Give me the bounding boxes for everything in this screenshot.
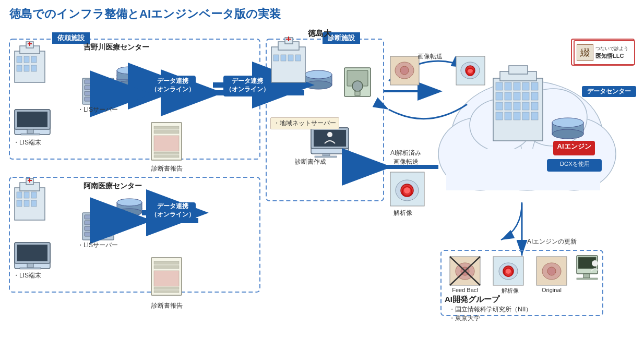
svg-rect-146: [456, 56, 485, 85]
anan-label: 阿南医療センター: [84, 181, 142, 191]
svg-rect-127: [514, 102, 520, 110]
svg-rect-143: [390, 56, 419, 85]
svg-rect-10: [28, 43, 32, 44]
kaiseki-zo-feedback: 解析像: [495, 287, 525, 295]
svg-rect-55: [288, 37, 289, 41]
datacenter-badge: データセンター: [582, 86, 636, 97]
dgx-badge: DGXを使用: [548, 160, 602, 168]
svg-rect-75: [24, 200, 29, 207]
svg-point-166: [506, 269, 511, 274]
svg-rect-94: [151, 123, 182, 160]
svg-rect-115: [496, 82, 503, 90]
svg-rect-74: [17, 200, 22, 207]
svg-rect-61: [311, 128, 349, 149]
svg-rect-12: [17, 56, 22, 63]
svg-point-34: [117, 72, 142, 79]
svg-point-28: [117, 81, 142, 88]
svg-rect-123: [522, 92, 529, 100]
svg-rect-136: [552, 123, 583, 134]
svg-rect-132: [514, 112, 520, 120]
svg-rect-134: [531, 112, 538, 120]
shindan-hokoku-top: 診断書報告: [151, 164, 183, 173]
data-renkei-bottom: データ連携（オンライン）: [149, 202, 196, 219]
lis-server-bottom: ・LISサーバー: [77, 241, 118, 250]
svg-rect-124: [531, 92, 538, 100]
svg-rect-14: [31, 56, 37, 63]
svg-point-167: [504, 268, 512, 276]
svg-rect-68: [26, 178, 33, 185]
svg-rect-174: [577, 278, 598, 280]
svg-rect-72: [24, 192, 29, 198]
yoshinogawa-label: 吉野川医療センター: [84, 43, 149, 52]
svg-rect-7: [15, 51, 45, 82]
ai-engine-badge: AIエンジン: [554, 142, 594, 151]
svg-point-145: [400, 66, 409, 75]
svg-rect-125: [496, 102, 503, 110]
svg-rect-41: [305, 75, 332, 85]
svg-rect-120: [496, 92, 503, 100]
svg-rect-19: [15, 110, 50, 129]
svg-rect-27: [85, 97, 112, 101]
svg-rect-129: [531, 102, 538, 110]
svg-point-33: [117, 81, 142, 88]
shindan-hokoku-bottom: 診断書報告: [151, 301, 183, 310]
ai-engine-koshin-label: AIエンジンの更新: [527, 237, 577, 246]
svg-rect-119: [531, 82, 538, 90]
svg-point-165: [503, 266, 514, 276]
svg-rect-86: [85, 232, 112, 236]
lis-terminal-bottom: ・LIS端末: [13, 271, 41, 280]
svg-rect-104: [154, 287, 179, 289]
svg-rect-16: [24, 65, 29, 71]
svg-point-31: [117, 75, 142, 82]
svg-point-109: [470, 99, 532, 151]
svg-rect-158: [450, 257, 480, 285]
svg-rect-96: [154, 126, 179, 129]
original-label: Original: [536, 287, 567, 293]
lis-terminal-top: ・LIS端末: [13, 138, 41, 147]
svg-rect-163: [493, 257, 523, 285]
svg-rect-101: [154, 271, 179, 286]
svg-point-63: [327, 132, 332, 137]
svg-rect-82: [82, 213, 114, 240]
svg-rect-48: [347, 70, 368, 86]
svg-rect-172: [578, 257, 596, 269]
svg-rect-118: [522, 82, 529, 90]
svg-point-135: [552, 125, 583, 134]
svg-rect-100: [151, 258, 182, 295]
svg-point-175: [592, 260, 598, 267]
svg-point-107: [438, 117, 522, 190]
svg-point-137: [552, 118, 583, 127]
data-renkei-middle: データ連携（オンライン）: [224, 77, 271, 93]
svg-rect-15: [17, 65, 22, 71]
svg-point-36: [117, 67, 142, 74]
svg-point-108: [532, 117, 616, 190]
tokyo-u-label: ・東京大学: [449, 314, 480, 323]
svg-rect-8: [20, 46, 40, 54]
svg-line-161: [450, 257, 480, 285]
svg-point-154: [404, 187, 410, 193]
logo-box: 綴 つないで診よう 医知悟LLC: [574, 40, 635, 65]
svg-rect-52: [278, 42, 299, 50]
gazo-tensou-label: 画像転送: [418, 52, 443, 61]
svg-point-148: [466, 66, 475, 75]
svg-rect-53: [285, 38, 293, 44]
svg-rect-95: [154, 136, 179, 151]
svg-rect-79: [17, 245, 47, 261]
svg-rect-23: [82, 78, 114, 104]
svg-rect-71: [17, 192, 22, 198]
svg-point-159: [456, 263, 474, 280]
svg-rect-4: [9, 39, 260, 159]
svg-rect-131: [505, 112, 511, 120]
irai-badge: 依頼施設: [52, 32, 90, 44]
svg-rect-77: [15, 243, 50, 269]
svg-rect-21: [27, 129, 33, 134]
svg-rect-70: [29, 178, 30, 183]
svg-rect-9: [26, 42, 33, 48]
svg-rect-47: [344, 68, 371, 96]
svg-rect-17: [31, 65, 37, 71]
svg-rect-83: [85, 215, 112, 219]
svg-point-90: [117, 209, 142, 216]
svg-rect-32: [117, 78, 142, 84]
svg-rect-105: [154, 290, 179, 293]
svg-rect-171: [577, 256, 598, 274]
